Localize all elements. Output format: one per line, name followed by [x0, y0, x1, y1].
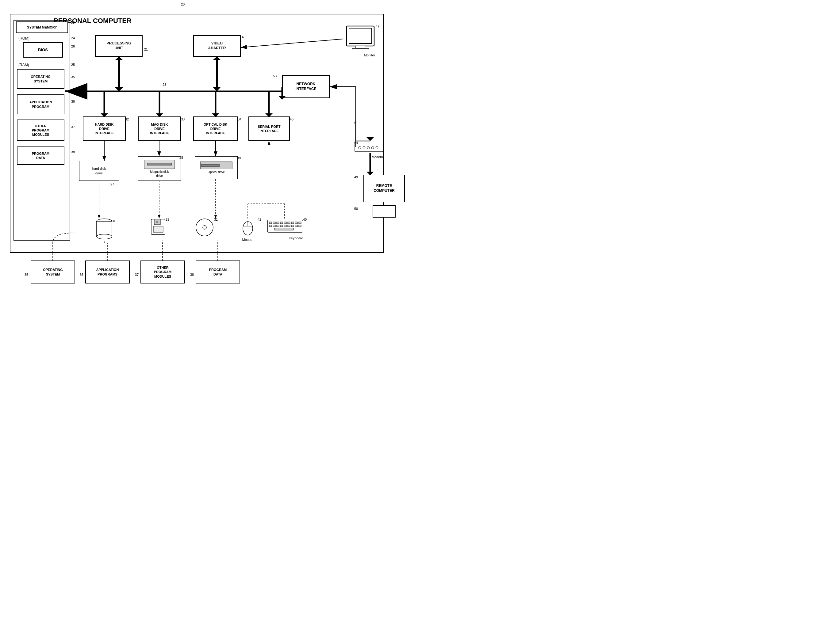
application-programs-bottom-box: APPLICATION PROGRAMS: [85, 260, 130, 284]
svg-rect-24: [273, 222, 275, 224]
ref-51: 51: [354, 121, 358, 125]
ref50-box: [373, 205, 396, 217]
program-data-ram-box: PROGRAM DATA: [17, 147, 65, 165]
svg-rect-32: [269, 225, 272, 227]
ref-47: 47: [376, 25, 379, 28]
mouse-label: Mouse: [241, 238, 253, 241]
svg-rect-31: [299, 222, 301, 224]
svg-rect-3: [352, 49, 369, 50]
svg-rect-40: [299, 225, 301, 227]
svg-rect-41: [275, 228, 294, 230]
optical-disk-drive-interface-box: OPTICAL DISK DRIVE INTERFACE: [193, 117, 238, 141]
ref-50: 50: [354, 207, 358, 211]
ref-20: 20: [181, 2, 185, 6]
bios-box: BIOS: [23, 42, 63, 58]
remote-computer-box: REMOTE COMPUTER: [363, 175, 405, 202]
svg-rect-39: [295, 225, 297, 227]
ref-37-bottom: 37: [135, 273, 139, 276]
ref-48: 48: [242, 35, 245, 39]
svg-rect-2: [356, 46, 365, 49]
ref-28: 28: [179, 156, 183, 159]
ref-38-bottom: 38: [190, 273, 194, 276]
ref-54: 54: [354, 141, 358, 145]
network-interface-box: NETWORK INTERFACE: [282, 75, 330, 98]
ref-27: 27: [111, 182, 114, 186]
ref-22: 22: [71, 21, 75, 25]
mouse-area: Mouse: [242, 217, 254, 241]
serial-port-interface-box: SERIAL PORT INTERFACE: [248, 117, 290, 141]
ref-31: 31: [214, 217, 218, 221]
svg-rect-35: [280, 225, 283, 227]
ref-36-bottom: 36: [80, 273, 84, 276]
ref-60: 60: [111, 219, 115, 223]
svg-point-9: [376, 147, 378, 149]
svg-rect-33: [273, 225, 275, 227]
ref-38-top: 38: [71, 150, 75, 154]
modem-icon: [354, 142, 385, 153]
ref-30: 30: [237, 156, 241, 160]
svg-rect-29: [291, 222, 294, 224]
hard-disk-drive-box: hard disk drive: [79, 161, 119, 181]
svg-rect-34: [276, 225, 279, 227]
cylinder-hdd: [95, 217, 114, 242]
ref-46: 46: [290, 117, 294, 121]
svg-point-8: [371, 147, 374, 149]
optical-drive-box: Optical drive: [195, 156, 238, 179]
ref-25: 25: [71, 63, 75, 66]
svg-rect-26: [280, 222, 283, 224]
mag-disk-drive-interface-box: MAG DISK DRIVE INTERFACE: [138, 117, 181, 141]
svg-point-18: [203, 225, 207, 229]
modem-area: Modem: [354, 142, 385, 158]
ref-23: 23: [163, 83, 166, 87]
operating-system-bottom-box: OPERATING SYSTEM: [31, 260, 75, 284]
cylinder-icon: [95, 217, 114, 241]
ref-32: 32: [125, 117, 129, 121]
svg-rect-27: [284, 222, 286, 224]
ref-42: 42: [257, 217, 261, 221]
keyboard-area: Keyboard: [267, 217, 304, 240]
svg-rect-30: [295, 222, 297, 224]
rom-label: (ROM): [18, 36, 30, 41]
monitor-area: Monitor: [344, 25, 377, 58]
operating-system-ram-box: OPERATING SYSTEM: [17, 69, 65, 89]
video-adapter-box: VIDEO ADAPTER: [193, 35, 241, 57]
ref-49: 49: [354, 175, 358, 179]
ram-label: (RAM): [18, 63, 29, 67]
hard-disk-drive-interface-box: HARD DISK DRIVE INTERFACE: [83, 117, 126, 141]
application-program-box: APPLICATION PROGRAM: [17, 95, 65, 114]
ref-29: 29: [166, 217, 169, 221]
svg-rect-1: [349, 28, 372, 44]
svg-rect-36: [284, 225, 286, 227]
other-program-modules-bottom-box: OTHER PROGRAM MODULES: [141, 260, 185, 284]
ref-24: 24: [71, 36, 75, 40]
ref-33: 33: [181, 117, 185, 121]
ref-37-top: 37: [71, 125, 75, 129]
ref-40: 40: [303, 217, 307, 221]
svg-rect-25: [276, 222, 279, 224]
magnetic-disk-drive-box: Magnetic disk drive: [138, 156, 181, 181]
system-memory-label: SYSTEM MEMORY: [16, 22, 68, 33]
floppy-icon: [150, 217, 167, 236]
monitor-label: Monitor: [353, 53, 387, 57]
monitor-icon: [344, 25, 377, 54]
ref-36-top: 36: [71, 99, 75, 103]
processing-unit-box: PROCESSING UNIT: [95, 35, 143, 57]
svg-rect-15: [153, 226, 163, 232]
svg-rect-28: [288, 222, 290, 224]
ref-34: 34: [238, 117, 242, 121]
ref-26: 26: [71, 44, 75, 48]
diagram: PERSONAL COMPUTER 20 SYSTEM MEMORY 22 (R…: [0, 0, 420, 317]
ref-35-top: 35: [71, 75, 75, 79]
other-program-modules-ram-box: OTHER PROGRAM MODULES: [17, 120, 65, 141]
svg-point-12: [96, 234, 112, 239]
svg-rect-37: [288, 225, 290, 227]
svg-point-7: [367, 147, 369, 149]
mouse-icon: [242, 217, 254, 236]
modem-label: Modem: [362, 155, 393, 159]
program-data-bottom-box: PROGRAM DATA: [196, 260, 240, 284]
svg-rect-16: [156, 221, 158, 223]
disc-icon: [195, 217, 215, 238]
svg-rect-38: [291, 225, 294, 227]
svg-point-5: [358, 147, 361, 149]
ref-35-bottom: 35: [25, 273, 28, 276]
